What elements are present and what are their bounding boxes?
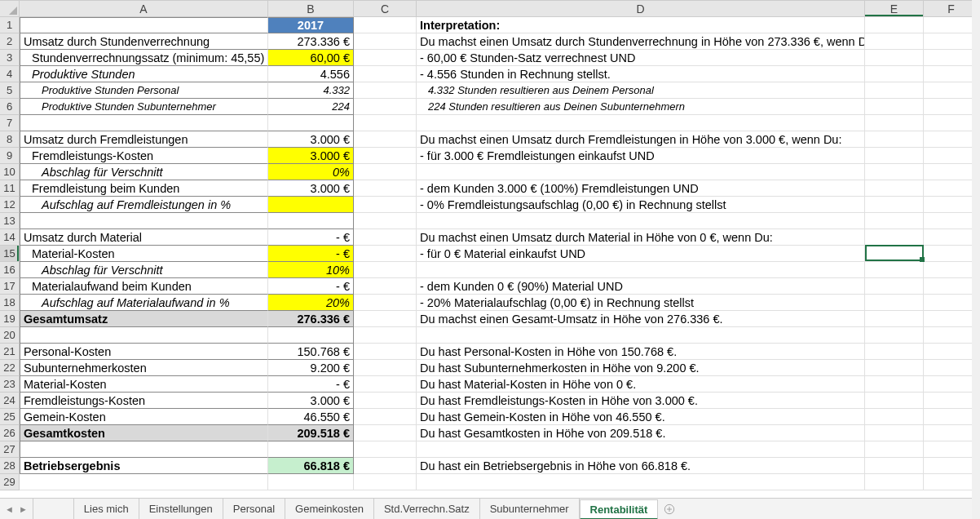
cell-A18[interactable]: Aufschlag auf Materialaufwand in % [20, 295, 268, 311]
sheet-tab-stdverrechnsatz[interactable]: Std.Verrechn.Satz [374, 499, 480, 519]
cell-A11[interactable]: Fremdleistung beim Kunden [20, 180, 268, 197]
cell-B14[interactable]: - € [268, 229, 354, 246]
cell-E19[interactable] [865, 311, 924, 327]
row-header-4[interactable]: 4 [0, 66, 20, 82]
cell-F6[interactable] [924, 99, 979, 115]
sheet-tab-lies-mich[interactable]: Lies mich [74, 499, 139, 519]
sheet-tab-gemeinkosten[interactable]: Gemeinkosten [285, 499, 374, 519]
cell-A4[interactable]: Produktive Stunden [20, 66, 268, 82]
cell-D11[interactable]: - dem Kunden 3.000 € (100%) Fremdleistun… [417, 180, 865, 197]
cell-C14[interactable] [354, 229, 417, 246]
cell-E18[interactable] [865, 295, 924, 311]
cell-A27[interactable] [20, 441, 268, 458]
cell-F26[interactable] [924, 425, 979, 441]
tab-nav-next-icon[interactable]: ► [19, 504, 28, 514]
cell-E6[interactable] [865, 99, 924, 115]
cell-F4[interactable] [924, 66, 979, 82]
cell-F8[interactable] [924, 131, 979, 148]
cell-B19[interactable]: 276.336 € [268, 311, 354, 327]
cell-E5[interactable] [865, 82, 924, 99]
cell-F18[interactable] [924, 295, 979, 311]
tab-nav-buttons[interactable]: ◄ ► [0, 499, 33, 519]
cell-F22[interactable] [924, 360, 979, 376]
cell-D26[interactable]: Du hast Gesamtkosten in Höhe von 209.518… [417, 425, 865, 441]
cell-D25[interactable]: Du hast Gemein-Kosten in Höhe von 46.550… [417, 409, 865, 425]
cell-C1[interactable] [354, 17, 417, 33]
cell-C11[interactable] [354, 180, 417, 197]
cell-D16[interactable] [417, 262, 865, 278]
row-header-2[interactable]: 2 [0, 33, 20, 50]
cell-D13[interactable] [417, 213, 865, 229]
cell-B26[interactable]: 209.518 € [268, 425, 354, 441]
cell-E2[interactable] [865, 33, 924, 50]
cell-F10[interactable] [924, 164, 979, 180]
cell-E9[interactable] [865, 148, 924, 164]
cell-A7[interactable] [20, 115, 268, 131]
cell-B12[interactable] [268, 197, 354, 213]
cell-E27[interactable] [865, 441, 924, 458]
cell-E3[interactable] [865, 50, 924, 66]
new-sheet-button[interactable] [658, 499, 681, 519]
cell-A15[interactable]: Material-Kosten [20, 246, 268, 262]
cell-B3[interactable]: 60,00 € [268, 50, 354, 66]
cell-A28[interactable]: Betriebsergebnis [20, 458, 268, 474]
cell-C24[interactable] [354, 393, 417, 409]
cell-F14[interactable] [924, 229, 979, 246]
row-header-19[interactable]: 19 [0, 311, 20, 327]
cell-C25[interactable] [354, 409, 417, 425]
cell-A10[interactable]: Abschlag für Verschnitt [20, 164, 268, 180]
row-header-28[interactable]: 28 [0, 458, 20, 474]
cell-A16[interactable]: Abschlag für Verschnitt [20, 262, 268, 278]
cell-C8[interactable] [354, 131, 417, 148]
cell-B20[interactable] [268, 327, 354, 344]
cell-E8[interactable] [865, 131, 924, 148]
cell-B28[interactable]: 66.818 € [268, 458, 354, 474]
row-header-10[interactable]: 10 [0, 164, 20, 180]
cell-E4[interactable] [865, 66, 924, 82]
row-header-29[interactable]: 29 [0, 474, 20, 490]
cell-C4[interactable] [354, 66, 417, 82]
cell-B13[interactable] [268, 213, 354, 229]
cell-A23[interactable]: Material-Kosten [20, 376, 268, 393]
cell-D22[interactable]: Du hast Subunternehmerkosten in Höhe von… [417, 360, 865, 376]
cell-A8[interactable]: Umsatz durch Fremdleistungen [20, 131, 268, 148]
cell-B4[interactable]: 4.556 [268, 66, 354, 82]
cell-B25[interactable]: 46.550 € [268, 409, 354, 425]
cell-F27[interactable] [924, 441, 979, 458]
col-header-A[interactable]: A [20, 1, 268, 17]
cell-A14[interactable]: Umsatz durch Material [20, 229, 268, 246]
cell-C27[interactable] [354, 441, 417, 458]
spreadsheet-grid[interactable]: A B C D E F 1 2017 Interpretation: 2 Ums… [0, 0, 980, 490]
cell-D12[interactable]: - 0% Fremdleistungsaufschlag (0,00 €) in… [417, 197, 865, 213]
cell-C10[interactable] [354, 164, 417, 180]
cell-D5[interactable]: 4.332 Stunden resultieren aus Deinem Per… [417, 82, 865, 99]
row-header-18[interactable]: 18 [0, 295, 20, 311]
cell-B2[interactable]: 273.336 € [268, 33, 354, 50]
row-header-15[interactable]: 15 [0, 246, 20, 262]
cell-E14[interactable] [865, 229, 924, 246]
sheet-tab-einstellungen[interactable]: Einstellungen [139, 499, 223, 519]
cell-B15[interactable]: - € [268, 246, 354, 262]
row-header-23[interactable]: 23 [0, 376, 20, 393]
cell-C29[interactable] [354, 474, 417, 490]
cell-D9[interactable]: - für 3.000 € Fremdleistungen einkaufst … [417, 148, 865, 164]
cell-D28[interactable]: Du hast ein Betriebsergebnis in Höhe von… [417, 458, 865, 474]
cell-A17[interactable]: Materialaufwand beim Kunden [20, 278, 268, 295]
select-all-corner[interactable] [0, 1, 20, 17]
cell-B21[interactable]: 150.768 € [268, 344, 354, 360]
cell-D23[interactable]: Du hast Material-Kosten in Höhe von 0 €. [417, 376, 865, 393]
cell-F29[interactable] [924, 474, 979, 490]
cell-C21[interactable] [354, 344, 417, 360]
cell-A5[interactable]: Produktive Stunden Personal [20, 82, 268, 99]
vertical-scrollbar[interactable] [972, 0, 980, 519]
cell-E25[interactable] [865, 409, 924, 425]
tab-nav-prev-icon[interactable]: ◄ [5, 504, 14, 514]
cell-D18[interactable]: - 20% Materialaufschlag (0,00 €) in Rech… [417, 295, 865, 311]
cell-A20[interactable] [20, 327, 268, 344]
cell-C9[interactable] [354, 148, 417, 164]
cell-E23[interactable] [865, 376, 924, 393]
cell-B1[interactable]: 2017 [268, 17, 354, 33]
col-header-C[interactable]: C [354, 1, 417, 17]
cell-C18[interactable] [354, 295, 417, 311]
cell-F23[interactable] [924, 376, 979, 393]
